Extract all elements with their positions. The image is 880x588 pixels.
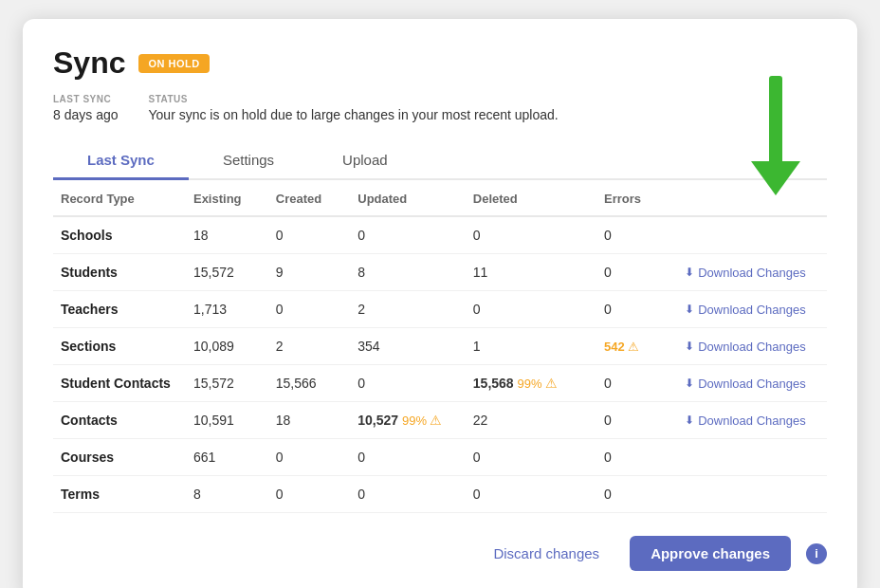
download-changes-link[interactable]: ⬇ Download Changes bbox=[685, 266, 819, 280]
cell-record-type: Courses bbox=[53, 439, 186, 476]
cell-errors: 0 bbox=[596, 365, 677, 402]
download-icon: ⬇ bbox=[685, 340, 694, 353]
last-sync-label: LAST SYNC bbox=[53, 94, 119, 104]
cell-updated: 0 bbox=[350, 439, 466, 476]
tab-bar: Last Sync Settings Upload bbox=[53, 142, 827, 180]
cell-created: 0 bbox=[268, 291, 351, 328]
cell-action bbox=[677, 476, 827, 513]
cell-updated: 8 bbox=[350, 254, 466, 291]
download-changes-link[interactable]: ⬇ Download Changes bbox=[685, 340, 819, 354]
table-row: Schools180000 bbox=[53, 216, 827, 254]
cell-errors: 0 bbox=[596, 254, 677, 291]
download-icon: ⬇ bbox=[685, 413, 694, 427]
cell-existing: 10,591 bbox=[186, 402, 268, 439]
cell-record-type: Contacts bbox=[53, 402, 186, 439]
tab-settings[interactable]: Settings bbox=[189, 142, 308, 180]
cell-errors: 0 bbox=[596, 439, 677, 476]
col-header-updated: Updated bbox=[350, 180, 466, 216]
info-icon[interactable]: i bbox=[806, 543, 827, 564]
table-row: Teachers1,7130200⬇ Download Changes bbox=[53, 291, 827, 328]
table-row: Sections10,08923541542 ⚠⬇ Download Chang… bbox=[53, 328, 827, 365]
green-arrow-indicator bbox=[751, 76, 800, 195]
meta-row: LAST SYNC 8 days ago STATUS Your sync is… bbox=[53, 94, 827, 123]
cell-deleted: 15,568 99%⚠ bbox=[466, 365, 596, 402]
cell-existing: 18 bbox=[186, 216, 268, 254]
download-changes-link[interactable]: ⬇ Download Changes bbox=[685, 303, 819, 317]
cell-deleted: 0 bbox=[466, 291, 596, 328]
table-row: Students15,57298110⬇ Download Changes bbox=[53, 254, 827, 291]
cell-action bbox=[677, 216, 827, 254]
table-row: Courses6610000 bbox=[53, 439, 827, 476]
cell-deleted: 0 bbox=[466, 439, 596, 476]
cell-created: 9 bbox=[268, 254, 351, 291]
cell-errors: 0 bbox=[596, 402, 677, 439]
cell-existing: 10,089 bbox=[186, 328, 268, 365]
tab-last-sync[interactable]: Last Sync bbox=[53, 142, 189, 180]
table-row: Terms80000 bbox=[53, 476, 827, 513]
cell-existing: 8 bbox=[186, 476, 268, 513]
cell-errors: 0 bbox=[596, 476, 677, 513]
sync-table: Record Type Existing Created Updated Del… bbox=[53, 180, 827, 513]
cell-deleted: 22 bbox=[466, 402, 596, 439]
tab-upload[interactable]: Upload bbox=[308, 142, 422, 180]
download-icon: ⬇ bbox=[685, 266, 694, 279]
footer-actions: Discard changes Approve changes i bbox=[53, 530, 827, 571]
cell-record-type: Sections bbox=[53, 328, 186, 365]
cell-created: 0 bbox=[268, 216, 351, 254]
cell-created: 2 bbox=[268, 328, 351, 365]
cell-record-type: Students bbox=[53, 254, 186, 291]
cell-deleted: 0 bbox=[466, 476, 596, 513]
cell-record-type: Schools bbox=[53, 216, 186, 254]
cell-updated: 10,527 99%⚠ bbox=[350, 402, 466, 439]
status-value: Your sync is on hold due to large change… bbox=[149, 107, 559, 122]
cell-errors: 542 ⚠ bbox=[596, 328, 677, 365]
download-changes-link[interactable]: ⬇ Download Changes bbox=[685, 413, 819, 428]
download-icon: ⬇ bbox=[685, 303, 694, 316]
approve-button[interactable]: Approve changes bbox=[630, 536, 791, 571]
page-header: Sync ON HOLD bbox=[53, 46, 827, 81]
last-sync-meta: LAST SYNC 8 days ago bbox=[53, 94, 119, 123]
table-header-row: Record Type Existing Created Updated Del… bbox=[53, 180, 827, 216]
cell-deleted: 0 bbox=[466, 216, 596, 254]
cell-errors: 0 bbox=[596, 216, 677, 254]
cell-record-type: Terms bbox=[53, 476, 186, 513]
cell-updated: 0 bbox=[350, 216, 466, 254]
cell-record-type: Student Contacts bbox=[53, 365, 186, 402]
last-sync-value: 8 days ago bbox=[53, 107, 119, 122]
cell-existing: 1,713 bbox=[186, 291, 268, 328]
cell-deleted: 11 bbox=[466, 254, 596, 291]
col-header-created: Created bbox=[268, 180, 351, 216]
table-row: Contacts10,5911810,527 99%⚠220⬇ Download… bbox=[53, 402, 827, 439]
cell-updated: 354 bbox=[350, 328, 466, 365]
cell-created: 0 bbox=[268, 439, 351, 476]
cell-updated: 0 bbox=[350, 365, 466, 402]
page-title: Sync bbox=[53, 46, 125, 81]
discard-button[interactable]: Discard changes bbox=[478, 536, 614, 571]
cell-action: ⬇ Download Changes bbox=[677, 291, 827, 328]
download-changes-link[interactable]: ⬇ Download Changes bbox=[685, 377, 819, 391]
cell-action bbox=[677, 439, 827, 476]
cell-created: 18 bbox=[268, 402, 351, 439]
cell-created: 0 bbox=[268, 476, 351, 513]
cell-action: ⬇ Download Changes bbox=[677, 365, 827, 402]
cell-existing: 661 bbox=[186, 439, 268, 476]
table-row: Student Contacts15,57215,566015,568 99%⚠… bbox=[53, 365, 827, 402]
col-header-deleted: Deleted bbox=[466, 180, 596, 216]
cell-errors: 0 bbox=[596, 291, 677, 328]
cell-action: ⬇ Download Changes bbox=[677, 254, 827, 291]
col-header-errors: Errors bbox=[596, 180, 677, 216]
cell-updated: 0 bbox=[350, 476, 466, 513]
cell-record-type: Teachers bbox=[53, 291, 186, 328]
cell-existing: 15,572 bbox=[186, 254, 268, 291]
cell-action: ⬇ Download Changes bbox=[677, 328, 827, 365]
cell-updated: 2 bbox=[350, 291, 466, 328]
status-meta: STATUS Your sync is on hold due to large… bbox=[149, 94, 559, 123]
cell-created: 15,566 bbox=[268, 365, 351, 402]
status-label: STATUS bbox=[149, 94, 559, 104]
cell-deleted: 1 bbox=[466, 328, 596, 365]
status-badge: ON HOLD bbox=[138, 54, 209, 73]
col-header-existing: Existing bbox=[186, 180, 268, 216]
sync-card: Sync ON HOLD LAST SYNC 8 days ago STATUS… bbox=[23, 19, 857, 588]
cell-existing: 15,572 bbox=[186, 365, 268, 402]
col-header-record-type: Record Type bbox=[53, 180, 186, 216]
